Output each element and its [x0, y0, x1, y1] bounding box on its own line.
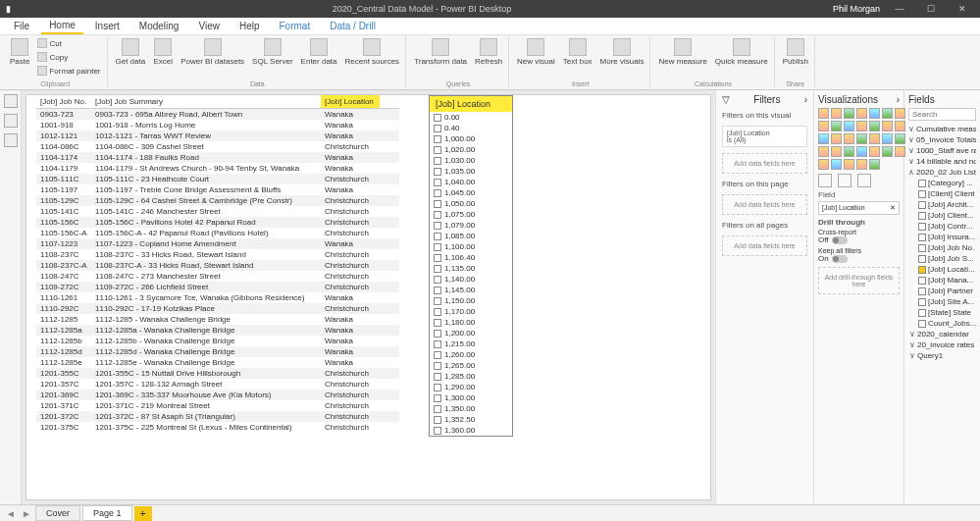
table-row[interactable]: 1105-156C-A1105-156C-A - 42 Papanui Road…: [36, 228, 399, 238]
viz-type-icon[interactable]: [895, 121, 905, 131]
slicer-item[interactable]: 1,200.00: [430, 328, 512, 339]
slicer-item[interactable]: 0.40: [430, 123, 512, 133]
slicer-item[interactable]: 1,150.00: [430, 295, 512, 306]
fields-tab-icon[interactable]: [818, 174, 832, 187]
menu-help[interactable]: Help: [232, 19, 268, 33]
slicer-item[interactable]: 1,260.00: [430, 349, 512, 360]
viz-type-icon[interactable]: [869, 108, 880, 119]
table-row[interactable]: 1105-141C1105-141C - 246 Manchester Stre…: [36, 206, 399, 217]
close-button[interactable]: ✕: [951, 4, 974, 14]
table-node[interactable]: ∨1000_Staff ave rat...: [908, 145, 976, 156]
page-tab-cover[interactable]: Cover: [35, 505, 80, 521]
data-view-icon[interactable]: [4, 114, 18, 128]
table-row[interactable]: 1201-375C1201-375C - 225 Montreal St (Le…: [36, 422, 399, 433]
viz-type-icon[interactable]: [831, 146, 842, 157]
slicer-item[interactable]: 1,145.00: [430, 285, 512, 295]
keep-filters-toggle[interactable]: [832, 255, 848, 263]
table-node[interactable]: ∨Cumulative meas...: [908, 124, 976, 134]
field-item[interactable]: [Job] Partner: [908, 286, 976, 296]
slicer-item[interactable]: 1,285.00: [430, 371, 512, 382]
slicer-item[interactable]: 1,360.00: [430, 425, 512, 436]
page-prev-button[interactable]: ◄: [4, 508, 18, 519]
viz-type-icon[interactable]: [818, 133, 829, 144]
slicer-item[interactable]: 1,215.00: [430, 339, 512, 349]
viz-type-icon[interactable]: [856, 121, 867, 131]
page-next-button[interactable]: ►: [20, 508, 33, 519]
table-row[interactable]: 1110-292C1110-292C - 17-19 Kotzikas Plac…: [36, 303, 399, 314]
fields-search-input[interactable]: [908, 108, 976, 121]
viz-type-icon[interactable]: [895, 133, 905, 144]
table-row[interactable]: 1110-12611110-1261 - 3 Sycamore Tce, Wan…: [36, 292, 399, 303]
table-node[interactable]: ∨14 billable and non: [908, 156, 976, 167]
field-item[interactable]: Count_Jobs...: [908, 318, 976, 329]
table-row[interactable]: 1105-111C1105-111C - 23 Heathcote CourtC…: [36, 174, 399, 184]
new-visual-button[interactable]: New visual: [514, 37, 558, 67]
slicer-item[interactable]: 1,075.00: [430, 209, 512, 220]
table-row[interactable]: 1104-086C1104-086C - 309 Cashel StreetCh…: [36, 141, 399, 152]
publish-button[interactable]: Publish: [780, 37, 811, 67]
viz-type-icon[interactable]: [869, 121, 880, 131]
minimize-button[interactable]: —: [888, 4, 911, 14]
analytics-tab-icon[interactable]: [857, 174, 871, 187]
table-row[interactable]: 1112-1285e1112-1285e - Wanaka Challenge …: [36, 357, 399, 368]
slicer-item[interactable]: 1,265.00: [430, 360, 512, 371]
slicer-item[interactable]: 1,100.00: [430, 241, 512, 252]
slicer-item[interactable]: 1,050.00: [430, 198, 512, 209]
viz-type-icon[interactable]: [869, 146, 880, 157]
field-item[interactable]: [Job] Archit...: [908, 199, 976, 210]
table-row[interactable]: 1201-357C1201-357C - 128-132 Armagh Stre…: [36, 379, 399, 390]
col-jobno[interactable]: [Job] Job No.: [36, 95, 91, 108]
viz-type-icon[interactable]: [844, 133, 854, 144]
table-node[interactable]: ∨Query1: [908, 350, 976, 361]
field-item[interactable]: [Client] Client: [908, 188, 976, 199]
table-row[interactable]: 1112-1285d1112-1285d - Wanaka Challenge …: [36, 346, 399, 357]
viz-type-icon[interactable]: [831, 159, 842, 170]
drillthrough-well[interactable]: Add drill-through fields here: [818, 267, 900, 294]
cut-button[interactable]: Cut: [34, 37, 103, 50]
slicer-item[interactable]: 1,045.00: [430, 187, 512, 198]
table-row[interactable]: 1105-156C1105-156C - Pavilions Hotel 42 …: [36, 217, 399, 228]
slicer-item[interactable]: 1,350.00: [430, 403, 512, 414]
collapse-viz-icon[interactable]: ›: [897, 94, 900, 105]
viz-type-icon[interactable]: [869, 159, 880, 170]
slicer-visual[interactable]: [Job] Location 0.000.401,000.001,020.001…: [429, 95, 513, 437]
report-view-icon[interactable]: [4, 94, 18, 108]
viz-type-icon[interactable]: [831, 108, 842, 119]
table-row[interactable]: 1112-1285a1112-1285a - Wanaka Challenge …: [36, 325, 399, 336]
viz-type-icon[interactable]: [856, 159, 867, 170]
viz-type-icon[interactable]: [831, 121, 842, 131]
col-location[interactable]: [Job] Location: [321, 95, 380, 108]
viz-type-icon[interactable]: [882, 146, 893, 157]
menu-file[interactable]: File: [6, 19, 37, 33]
field-item[interactable]: [Job] Client...: [908, 210, 976, 221]
slicer-item[interactable]: 1,085.00: [430, 231, 512, 241]
field-item[interactable]: [Category] ...: [908, 178, 976, 188]
viz-type-icon[interactable]: [831, 133, 842, 144]
recent-sources-button[interactable]: Recent sources: [342, 37, 403, 67]
slicer-item[interactable]: 1,140.00: [430, 274, 512, 285]
table-row[interactable]: 1112-1285b1112-1285b - Wanaka Challenge …: [36, 336, 399, 346]
viz-type-icon[interactable]: [844, 146, 854, 157]
field-item[interactable]: [Job] Contr...: [908, 221, 976, 232]
table-row[interactable]: 1201-372C1201-372C - 87 St Asaph St (Tri…: [36, 411, 399, 422]
slicer-item[interactable]: 1,030.00: [430, 155, 512, 166]
table-row[interactable]: 1105-11971105-1197 - Treble Cone Bridge …: [36, 184, 399, 195]
slicer-item[interactable]: 1,300.00: [430, 392, 512, 403]
viz-type-icon[interactable]: [856, 146, 867, 157]
viz-type-icon[interactable]: [882, 121, 893, 131]
viz-type-icon[interactable]: [895, 146, 905, 157]
slicer-item[interactable]: 1,180.00: [430, 317, 512, 328]
slicer-item[interactable]: 1,020.00: [430, 144, 512, 155]
slicer-item[interactable]: 1,352.50: [430, 414, 512, 425]
field-item[interactable]: [Job] Locati...: [908, 264, 976, 275]
viz-type-icon[interactable]: [818, 159, 829, 170]
table-row[interactable]: 1104-11791104-1179 - St Andrews Church -…: [36, 163, 399, 174]
slicer-item[interactable]: 1,079.00: [430, 220, 512, 231]
add-visual-filter-well[interactable]: Add data fields here: [722, 153, 807, 174]
viz-type-icon[interactable]: [818, 108, 829, 119]
menu-home[interactable]: Home: [41, 18, 83, 34]
viz-type-icon[interactable]: [869, 133, 880, 144]
collapse-filters-icon[interactable]: ›: [804, 94, 807, 105]
viz-type-icon[interactable]: [895, 108, 905, 119]
new-measure-button[interactable]: New measure: [655, 37, 709, 67]
